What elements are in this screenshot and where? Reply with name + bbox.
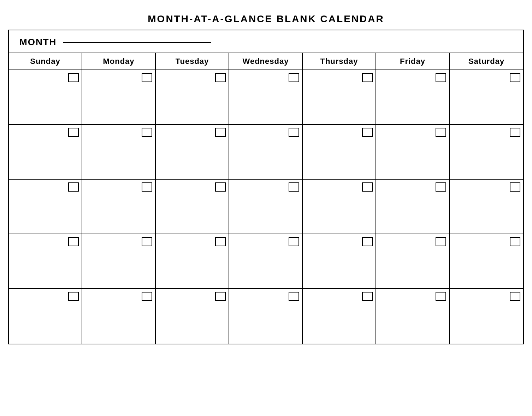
date-number-box [436, 182, 446, 192]
days-header: Sunday Monday Tuesday Wednesday Thursday… [9, 53, 523, 70]
date-number-box [215, 237, 226, 246]
calendar-cell-r2-c2[interactable] [156, 180, 229, 234]
calendar-cell-r4-c3[interactable] [229, 289, 303, 344]
date-number-box [289, 292, 299, 301]
calendar-cell-r1-c0[interactable] [9, 125, 82, 180]
date-number-box [436, 73, 446, 82]
day-header-tuesday: Tuesday [156, 53, 229, 70]
date-number-box [215, 182, 226, 192]
calendar-cell-r4-c5[interactable] [376, 289, 450, 344]
day-header-thursday: Thursday [303, 53, 376, 70]
date-number-box [436, 128, 446, 137]
calendar-cell-r4-c0[interactable] [9, 289, 82, 344]
day-header-monday: Monday [82, 53, 156, 70]
calendar-cell-r1-c4[interactable] [303, 125, 376, 180]
calendar-cell-r1-c1[interactable] [82, 125, 156, 180]
date-number-box [289, 128, 299, 137]
calendar-cell-r2-c3[interactable] [229, 180, 303, 234]
day-header-sunday: Sunday [9, 53, 82, 70]
calendar-cell-r4-c6[interactable] [450, 289, 523, 344]
calendar-cell-r2-c5[interactable] [376, 180, 450, 234]
date-number-box [142, 128, 152, 137]
page-title: MONTH-AT-A-GLANCE BLANK CALENDAR [8, 7, 524, 30]
calendar-cell-r0-c4[interactable] [303, 70, 376, 125]
page-container: MONTH-AT-A-GLANCE BLANK CALENDAR MONTH S… [8, 7, 524, 344]
calendar-cell-r2-c4[interactable] [303, 180, 376, 234]
date-number-box [142, 292, 152, 301]
calendar-cell-r1-c6[interactable] [450, 125, 523, 180]
date-number-box [215, 292, 226, 301]
month-label: MONTH [19, 37, 57, 48]
day-header-saturday: Saturday [450, 53, 523, 70]
calendar-cell-r0-c0[interactable] [9, 70, 82, 125]
date-number-box [289, 237, 299, 246]
date-number-box [68, 128, 79, 137]
date-number-box [362, 237, 373, 246]
day-header-friday: Friday [376, 53, 450, 70]
date-number-box [362, 182, 373, 192]
calendar-cell-r3-c3[interactable] [229, 234, 303, 289]
calendar-cell-r4-c4[interactable] [303, 289, 376, 344]
date-number-box [510, 128, 520, 137]
calendar-cell-r0-c1[interactable] [82, 70, 156, 125]
month-line [63, 42, 211, 43]
calendar-cell-r2-c1[interactable] [82, 180, 156, 234]
date-number-box [215, 73, 226, 82]
date-number-box [362, 73, 373, 82]
date-number-box [289, 182, 299, 192]
date-number-box [436, 292, 446, 301]
calendar-cell-r4-c1[interactable] [82, 289, 156, 344]
date-number-box [142, 73, 152, 82]
date-number-box [68, 237, 79, 246]
calendar-cell-r1-c5[interactable] [376, 125, 450, 180]
calendar-cell-r1-c2[interactable] [156, 125, 229, 180]
calendar-cell-r3-c1[interactable] [82, 234, 156, 289]
calendar-cell-r0-c6[interactable] [450, 70, 523, 125]
date-number-box [362, 292, 373, 301]
calendar-outer: MONTH Sunday Monday Tuesday Wednesday Th… [8, 30, 524, 344]
date-number-box [510, 292, 520, 301]
date-number-box [510, 237, 520, 246]
day-header-wednesday: Wednesday [229, 53, 303, 70]
date-number-box [68, 73, 79, 82]
calendar-cell-r3-c6[interactable] [450, 234, 523, 289]
date-number-box [68, 182, 79, 192]
calendar-cell-r3-c0[interactable] [9, 234, 82, 289]
date-number-box [289, 73, 299, 82]
calendar-cell-r0-c3[interactable] [229, 70, 303, 125]
date-number-box [142, 182, 152, 192]
date-number-box [510, 182, 520, 192]
date-number-box [362, 128, 373, 137]
calendar-grid [9, 70, 523, 344]
calendar-cell-r1-c3[interactable] [229, 125, 303, 180]
month-row: MONTH [9, 30, 523, 53]
calendar-cell-r2-c0[interactable] [9, 180, 82, 234]
calendar-cell-r3-c2[interactable] [156, 234, 229, 289]
calendar-cell-r4-c2[interactable] [156, 289, 229, 344]
date-number-box [142, 237, 152, 246]
calendar-cell-r3-c4[interactable] [303, 234, 376, 289]
calendar-cell-r3-c5[interactable] [376, 234, 450, 289]
date-number-box [510, 73, 520, 82]
date-number-box [436, 237, 446, 246]
date-number-box [68, 292, 79, 301]
calendar-cell-r2-c6[interactable] [450, 180, 523, 234]
date-number-box [215, 128, 226, 137]
calendar-cell-r0-c2[interactable] [156, 70, 229, 125]
calendar-cell-r0-c5[interactable] [376, 70, 450, 125]
